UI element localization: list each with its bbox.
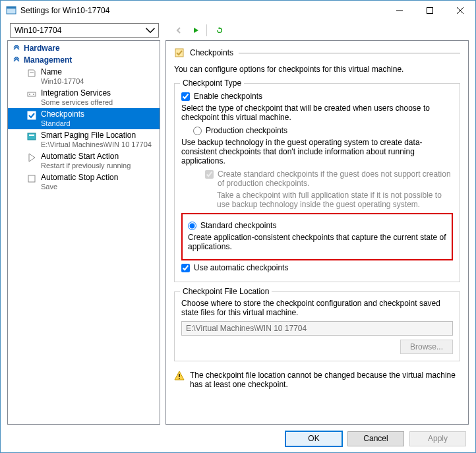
fallback-checkbox — [205, 170, 214, 179]
auto-checkpoints-checkbox[interactable] — [181, 264, 190, 272]
panel-intro: You can configure options for checkpoint… — [174, 65, 460, 74]
smart-paging-icon — [26, 131, 37, 142]
nav-back-button[interactable] — [172, 24, 185, 37]
standard-label: Standard checkpoints — [200, 221, 276, 230]
standard-highlight: Standard checkpoints Create application-… — [181, 213, 453, 260]
app-icon — [6, 5, 16, 16]
standard-radio[interactable] — [188, 222, 196, 230]
svg-rect-10 — [28, 111, 36, 119]
browse-button: Browse... — [400, 340, 453, 354]
tree-item-sub: E:\Virtual Machines\WIN 10 17704 — [41, 140, 152, 149]
window-title: Settings for Win10-17704 — [20, 6, 384, 15]
auto-checkpoints-label: Use automatic checkpoints — [194, 263, 288, 272]
chevron-down-icon — [145, 25, 156, 36]
tree-item-auto-start[interactable]: Automatic Start Action Restart if previo… — [8, 150, 160, 171]
tree-item-label: Name — [41, 67, 84, 76]
tree-item-label: Automatic Stop Action — [41, 173, 118, 182]
tree-item-label: Smart Paging File Location — [41, 131, 152, 140]
checkpoint-icon — [26, 110, 37, 121]
auto-start-icon — [26, 152, 37, 163]
panel-title-row: Checkpoints — [174, 47, 460, 58]
maximize-button[interactable] — [415, 1, 445, 20]
svg-point-8 — [29, 94, 30, 95]
checkpoint-icon — [174, 47, 185, 58]
settings-window: Settings for Win10-17704 Win10-17704 Har… — [0, 0, 476, 453]
main-content: Hardware Management Name Win10-17704 Int… — [1, 40, 475, 425]
start-button[interactable] — [189, 24, 202, 37]
svg-rect-12 — [29, 135, 34, 136]
section-management[interactable]: Management — [8, 54, 160, 66]
svg-rect-16 — [179, 378, 179, 378]
tree-item-checkpoints[interactable]: Checkpoints Standard — [8, 108, 160, 129]
production-radio[interactable] — [193, 127, 202, 135]
location-desc: Choose where to store the checkpoint con… — [181, 299, 453, 317]
svg-rect-13 — [28, 175, 35, 182]
section-label: Hardware — [24, 44, 60, 53]
standard-desc: Create application-consistent checkpoint… — [188, 233, 446, 251]
group-legend: Checkpoint Type — [180, 78, 244, 88]
fallback-note: Take a checkpoint with full application … — [217, 191, 453, 209]
warning-row: The checkpoint file location cannot be c… — [174, 371, 460, 389]
collapse-icon — [13, 45, 20, 51]
tree-item-name[interactable]: Name Win10-17704 — [8, 66, 160, 87]
location-path-field: E:\Virtual Machines\WIN 10 17704 — [181, 321, 453, 336]
collapse-icon — [13, 57, 20, 63]
titlebar: Settings for Win10-17704 — [1, 1, 475, 20]
svg-rect-7 — [28, 92, 36, 96]
cancel-button[interactable]: Cancel — [347, 431, 404, 446]
tree-item-label: Checkpoints — [41, 109, 84, 119]
tree-item-sub: Standard — [41, 119, 84, 128]
svg-point-9 — [33, 94, 34, 95]
reset-button[interactable] — [213, 24, 226, 37]
fallback-label: Create standard checkpoints if the guest… — [218, 169, 453, 188]
checkpoint-location-group: Checkpoint File Location Choose where to… — [174, 291, 460, 361]
svg-rect-15 — [179, 374, 179, 377]
production-desc: Use backup technology in the guest opera… — [181, 138, 453, 166]
tree-item-smart-paging[interactable]: Smart Paging File Location E:\Virtual Ma… — [8, 129, 160, 150]
divider — [239, 53, 460, 53]
tree-item-label: Automatic Start Action — [41, 152, 131, 161]
standard-radio-row[interactable]: Standard checkpoints — [188, 221, 446, 230]
auto-stop-icon — [26, 173, 37, 184]
minimize-button[interactable] — [384, 1, 415, 20]
tree-item-auto-stop[interactable]: Automatic Stop Action Save — [8, 171, 160, 193]
dialog-footer: OK Cancel Apply — [1, 425, 475, 452]
svg-rect-3 — [427, 8, 433, 14]
name-icon — [26, 68, 37, 78]
ok-button[interactable]: OK — [285, 431, 342, 446]
integration-icon — [26, 89, 37, 100]
panel-title: Checkpoints — [190, 48, 233, 57]
tree-item-sub: Restart if previously running — [41, 161, 131, 170]
vm-selector-combo[interactable]: Win10-17704 — [10, 23, 159, 38]
svg-rect-1 — [7, 7, 16, 9]
tree-item-sub: Save — [41, 182, 118, 191]
window-controls — [384, 1, 475, 20]
warning-text: The checkpoint file location cannot be c… — [190, 371, 460, 389]
group-legend: Checkpoint File Location — [180, 287, 272, 296]
toolbar: Win10-17704 — [1, 20, 475, 40]
enable-checkpoints-label: Enable checkpoints — [194, 92, 262, 101]
production-label: Production checkpoints — [206, 126, 287, 135]
tree-item-sub: Win10-17704 — [41, 76, 84, 86]
vm-selector-value: Win10-17704 — [15, 26, 145, 35]
production-radio-row[interactable]: Production checkpoints — [193, 126, 453, 135]
select-type-text: Select the type of checkpoint that will … — [181, 104, 453, 122]
section-hardware[interactable]: Hardware — [8, 42, 160, 54]
svg-rect-11 — [28, 133, 36, 140]
details-panel: Checkpoints You can configure options fo… — [165, 40, 469, 425]
tree-item-label: Integration Services — [41, 88, 113, 98]
enable-checkpoints-row[interactable]: Enable checkpoints — [181, 92, 453, 101]
auto-checkpoints-row[interactable]: Use automatic checkpoints — [181, 263, 453, 272]
settings-tree[interactable]: Hardware Management Name Win10-17704 Int… — [7, 40, 160, 425]
tree-item-sub: Some services offered — [41, 98, 113, 107]
close-button[interactable] — [445, 1, 475, 20]
svg-rect-14 — [175, 49, 183, 57]
enable-checkpoints-checkbox[interactable] — [181, 92, 190, 101]
warning-icon — [174, 371, 185, 381]
tree-item-integration[interactable]: Integration Services Some services offer… — [8, 87, 160, 108]
checkpoint-type-group: Checkpoint Type Enable checkpoints Selec… — [174, 83, 460, 282]
apply-button: Apply — [409, 431, 466, 446]
section-label: Management — [24, 55, 72, 65]
fallback-row: Create standard checkpoints if the guest… — [205, 169, 453, 188]
